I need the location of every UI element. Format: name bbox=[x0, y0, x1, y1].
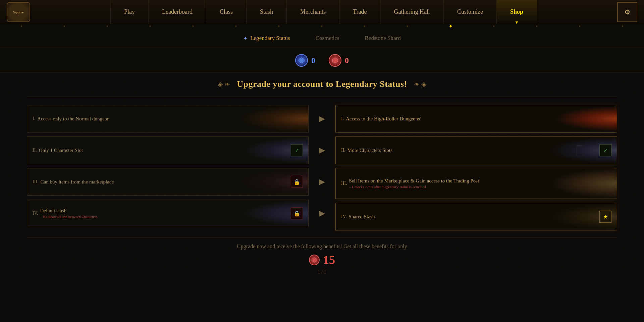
right-feature-2: II. More Characters Slots + + ✓ bbox=[335, 137, 617, 164]
right-feature-4: IV. Shared Stash ★ bbox=[335, 203, 617, 230]
nav-item-trade[interactable]: Trade bbox=[339, 0, 380, 24]
top-navigation: Squire Play Leaderboard Class Stash Merc… bbox=[0, 0, 644, 24]
sub-nav-legendary-status[interactable]: ✦ Legendary Status bbox=[240, 34, 293, 43]
price-red-gem-icon bbox=[309, 255, 320, 265]
price-row: 15 bbox=[27, 253, 617, 267]
upgrade-header-text: Upgrade your account to Legendary Status… bbox=[237, 79, 407, 89]
feature-sub-text: – No Shared Stash between Characters bbox=[40, 215, 291, 219]
deco-dot bbox=[622, 25, 624, 27]
check-icon: ✓ bbox=[599, 144, 611, 156]
nav-item-customize[interactable]: Customize bbox=[444, 0, 497, 24]
feature-num: III. bbox=[341, 181, 347, 186]
feature-num: II. bbox=[33, 148, 37, 153]
feature-text: More Characters Slots bbox=[347, 148, 577, 153]
upgrade-description: Upgrade now and receive the following be… bbox=[27, 244, 617, 250]
feature-text: Can buy items from the marketplace bbox=[41, 179, 291, 185]
red-gem-value: 0 bbox=[345, 56, 349, 65]
star-icon: ★ bbox=[599, 211, 611, 223]
nav-item-merchants[interactable]: Merchants bbox=[287, 0, 339, 24]
feature-text: Sell Items on the Marketplace & Gain acc… bbox=[349, 178, 612, 189]
feature-num: I. bbox=[33, 116, 35, 121]
blue-currency: 0 bbox=[295, 54, 315, 67]
nav-item-shop[interactable]: Shop bbox=[497, 0, 537, 24]
upgrade-header: ◈ ❧ Upgrade your account to Legendary St… bbox=[27, 72, 617, 97]
nav-items: Play Leaderboard Class Stash Merchants T… bbox=[30, 0, 617, 24]
logo-label: Squire bbox=[13, 10, 24, 14]
left-feature-2: II. Only 1 Character Slot ✓ bbox=[27, 137, 309, 164]
arrow-1: ▶ bbox=[309, 105, 335, 132]
settings-icon-button[interactable]: ⚙ bbox=[617, 2, 637, 22]
deco-dot bbox=[449, 25, 452, 28]
main-content: ◈ ❧ Upgrade your account to Legendary St… bbox=[0, 72, 644, 278]
comparison-grid: I. Access only to the Normal dungeon II.… bbox=[27, 97, 617, 237]
price-value: 15 bbox=[323, 253, 335, 267]
feature-text: Only 1 Character Slot bbox=[39, 148, 291, 153]
feature-text: Shared Stash bbox=[348, 214, 599, 220]
sub-nav-redstone-shard[interactable]: Redstone Shard bbox=[362, 34, 404, 43]
deco-dot bbox=[493, 25, 495, 27]
lock-icon: 🔒 bbox=[291, 207, 303, 219]
nav-item-gathering-hall[interactable]: Gathering Hall bbox=[380, 0, 443, 24]
right-feature-1: I. Access to the High-Roller Dungeons! bbox=[335, 105, 617, 132]
nav-item-leaderboard[interactable]: Leaderboard bbox=[149, 0, 206, 24]
deco-dot bbox=[106, 25, 108, 27]
arrow-4: ▶ bbox=[309, 200, 335, 227]
left-features-column: I. Access only to the Normal dungeon II.… bbox=[27, 105, 309, 227]
deco-dot bbox=[407, 25, 409, 27]
lock-icon: 🔒 bbox=[291, 176, 303, 188]
red-gem-icon bbox=[329, 54, 341, 67]
deco-dot bbox=[235, 25, 237, 27]
feature-text: Access to the High-Roller Dungeons! bbox=[346, 116, 611, 122]
squire-logo[interactable]: Squire bbox=[7, 2, 30, 22]
nav-item-play[interactable]: Play bbox=[110, 0, 149, 24]
header-deco-right: ❧ ◈ bbox=[414, 80, 426, 88]
deco-dot bbox=[192, 25, 194, 27]
feature-num: IV. bbox=[33, 211, 38, 216]
feature-sub-text: – Unlocks 72hrs after 'Legendary' status… bbox=[349, 185, 612, 189]
feature-num: II. bbox=[341, 148, 345, 153]
deco-dot bbox=[321, 25, 323, 27]
left-feature-1: I. Access only to the Normal dungeon bbox=[27, 105, 309, 132]
bottom-section: Upgrade now and receive the following be… bbox=[27, 237, 617, 278]
currency-row: 0 0 bbox=[0, 47, 644, 72]
deco-dot bbox=[536, 25, 538, 27]
check-icon: ✓ bbox=[291, 144, 303, 156]
deco-dot bbox=[278, 25, 280, 27]
sub-navigation: ✦ Legendary Status Cosmetics Redstone Sh… bbox=[0, 28, 644, 47]
arrow-2: ▶ bbox=[309, 137, 335, 164]
deco-dot bbox=[63, 25, 65, 27]
deco-dot bbox=[20, 25, 22, 27]
nav-decoration-line bbox=[0, 24, 644, 28]
red-currency: 0 bbox=[329, 54, 349, 67]
feature-num: III. bbox=[33, 179, 39, 184]
feature-num: I. bbox=[341, 116, 344, 121]
blue-gem-icon bbox=[295, 54, 308, 67]
arrow-3: ▶ bbox=[309, 168, 335, 196]
feature-text: Default stash – No Shared Stash between … bbox=[40, 208, 291, 219]
arrow-column: ▶ ▶ ▶ ▶ bbox=[309, 105, 335, 227]
feature-num: IV. bbox=[341, 214, 346, 219]
sub-nav-cosmetics[interactable]: Cosmetics bbox=[313, 34, 342, 43]
left-feature-3: III. Can buy items from the marketplace … bbox=[27, 168, 309, 196]
feature-text: Access only to the Normal dungeon bbox=[37, 116, 303, 122]
deco-dot bbox=[364, 25, 366, 27]
left-feature-4: IV. Default stash – No Shared Stash betw… bbox=[27, 200, 309, 227]
right-features-column: I. Access to the High-Roller Dungeons! I… bbox=[335, 105, 617, 230]
nav-item-stash[interactable]: Stash bbox=[247, 0, 287, 24]
page-indicator: 1 / 1 bbox=[27, 270, 617, 275]
right-feature-3: III. Sell Items on the Marketplace & Gai… bbox=[335, 168, 617, 199]
blue-gem-value: 0 bbox=[311, 56, 315, 65]
deco-dot bbox=[149, 25, 151, 27]
nav-item-class[interactable]: Class bbox=[206, 0, 247, 24]
deco-dot bbox=[579, 25, 581, 27]
legendary-star-icon: ✦ bbox=[243, 35, 248, 42]
header-deco-left: ◈ ❧ bbox=[218, 80, 230, 88]
